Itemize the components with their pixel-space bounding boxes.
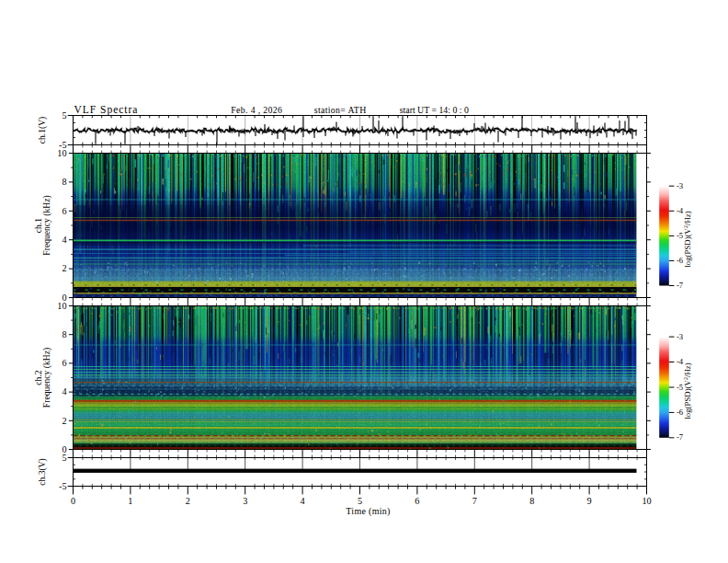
svg-text:4: 4 (62, 386, 66, 396)
svg-text:Frequency (kHz): Frequency (kHz) (41, 348, 52, 408)
svg-text:log(PSD)(V2/Hz): log(PSD)(V2/Hz) (683, 211, 692, 267)
svg-text:-5: -5 (59, 481, 67, 491)
svg-text:2: 2 (62, 416, 66, 426)
svg-text:4: 4 (62, 235, 66, 245)
svg-text:3: 3 (243, 496, 247, 506)
svg-text:6: 6 (62, 358, 66, 368)
svg-text:8: 8 (62, 177, 66, 187)
svg-text:Frequency (kHz): Frequency (kHz) (41, 195, 52, 255)
svg-text:6: 6 (415, 496, 419, 506)
svg-text:-7: -7 (677, 281, 684, 290)
svg-text:9: 9 (587, 496, 592, 506)
svg-text:5: 5 (62, 453, 66, 463)
svg-text:0: 0 (71, 496, 75, 506)
svg-text:2: 2 (186, 496, 190, 506)
svg-text:5: 5 (62, 110, 66, 121)
svg-text:6: 6 (62, 206, 66, 216)
svg-text:log(PSD)(V2/Hz): log(PSD)(V2/Hz) (683, 362, 692, 419)
svg-text:1: 1 (128, 496, 132, 506)
svg-text:4: 4 (301, 496, 305, 506)
svg-text:2: 2 (62, 263, 66, 273)
svg-text:-3: -3 (677, 332, 683, 341)
svg-text:Feb. 4 , 2026: Feb. 4 , 2026 (231, 105, 282, 115)
svg-text:8: 8 (529, 496, 534, 506)
svg-text:ch.3(V): ch.3(V) (37, 458, 48, 486)
svg-text:start UT = 14: 0 : 0: start UT = 14: 0 : 0 (400, 105, 469, 115)
svg-text:8: 8 (62, 329, 66, 339)
svg-text:0: 0 (62, 293, 66, 303)
svg-text:-7: -7 (677, 432, 684, 442)
svg-text:Time (min): Time (min) (346, 506, 390, 517)
svg-text:10: 10 (57, 148, 66, 158)
svg-text:7: 7 (472, 496, 477, 506)
svg-text:10: 10 (642, 496, 651, 506)
svg-text:-3: -3 (677, 181, 683, 190)
svg-text:ch.1(V): ch.1(V) (37, 117, 48, 144)
svg-text:station= ATH: station= ATH (314, 105, 367, 115)
svg-text:VLF Spectra: VLF Spectra (74, 104, 138, 116)
